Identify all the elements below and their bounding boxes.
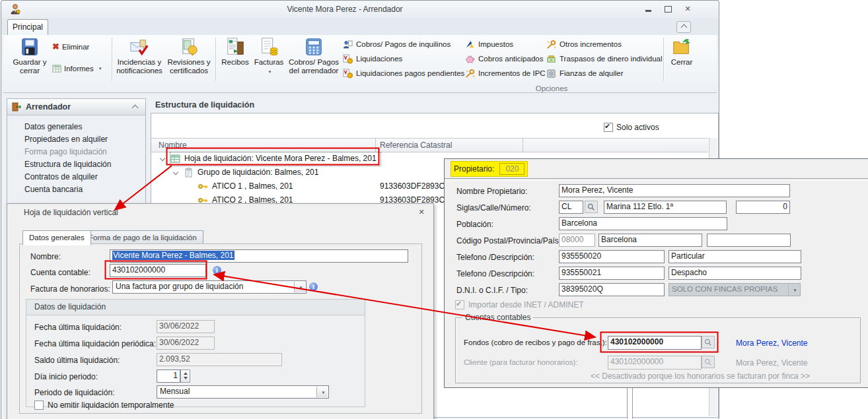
street-search-button[interactable] [585, 201, 598, 213]
cuentas-contables-group: Cuentas contables Fondos (cobro de recib… [455, 317, 861, 383]
money-transfer-icon [546, 54, 556, 64]
dni-input[interactable]: 38395020Q [559, 283, 665, 296]
tel1-desc-input[interactable]: Particular [669, 250, 801, 263]
tree-row-label: Grupo de liquidación: Balmes, 201 [198, 168, 318, 177]
fianzas-label: Fianzas de alquiler [560, 69, 624, 77]
sidebar-item-cuenta-bancaria[interactable]: Cuenta bancaria [7, 183, 145, 196]
factura-honorarios-select[interactable]: Una factura por grupo de liquidación [112, 280, 307, 294]
expander-down-icon[interactable] [160, 156, 165, 161]
sidebar-header[interactable]: Arrendador [7, 99, 145, 115]
info-icon[interactable] [213, 266, 221, 274]
nombre-input[interactable]: Vicente Mora Perez - Balmes, 201 [110, 249, 408, 263]
cerrar-button[interactable]: Cerrar [667, 37, 697, 67]
facturas-button[interactable]: Facturas [252, 37, 285, 77]
cliente-search-button [702, 356, 715, 368]
page-title: Estructura de liquidación [155, 100, 254, 110]
sidebar-item-estructura[interactable]: Estructura de liquidación [7, 158, 145, 171]
minimize-icon [645, 10, 651, 12]
dropdown-button[interactable] [316, 387, 328, 397]
periodo-select[interactable]: Mensual [157, 385, 329, 399]
sidebar-item-datos-generales[interactable]: Datos generales [7, 121, 145, 133]
dialog-title: Hoja de liquidación vertical [24, 208, 118, 217]
impuestos-item[interactable]: Impuestos [465, 39, 513, 49]
checkbox-checked-icon [604, 123, 613, 132]
tel2-desc-input[interactable]: Despacho [669, 267, 801, 280]
revisiones-button[interactable]: Revisiones y certificados [165, 37, 213, 75]
sidebar-item-forma-pago[interactable]: Forma pago liquidación [7, 146, 145, 158]
no-emitir-checkbox[interactable]: No emitir liquidación temporalmente [34, 401, 174, 410]
screen: Vicente Mora Perez - Arrendador Principa… [0, 0, 868, 419]
fianzas-item[interactable]: Fianzas de alquiler [546, 68, 624, 79]
fondos-search-button[interactable] [702, 336, 715, 348]
info-icon[interactable] [309, 282, 318, 291]
poblacion-input[interactable]: Barcelona [559, 217, 727, 230]
no-emitir-label: No emitir liquidación temporalmente [48, 401, 174, 410]
cobros-anticipados-item[interactable]: Cobros anticipados [465, 53, 543, 64]
dia-inicio-stepper[interactable] [180, 370, 190, 383]
cuenta-contable-input[interactable]: 430102000000 [110, 264, 206, 277]
sidebar-item-contratos[interactable]: Contratos de alquiler [7, 171, 145, 183]
ribbon-collapse-button[interactable] [676, 21, 691, 33]
dia-inicio-input[interactable]: 1 [157, 370, 180, 383]
guardar-y-cerrar-button[interactable]: Guardar y cerrar [11, 37, 48, 75]
otros-incrementos-item[interactable]: Otros incrementos [546, 39, 622, 49]
minimize-button[interactable] [639, 4, 657, 15]
tipo-value: SOLO CON FINCAS PROPIAS [672, 285, 778, 293]
cobros-anticipados-label: Cobros anticipados [478, 55, 543, 63]
restore-button[interactable] [659, 4, 676, 15]
column-referencia[interactable]: Referencia Catastral [380, 141, 452, 150]
numero-input[interactable]: 0 [736, 201, 790, 214]
nombre-propietario-input[interactable]: Mora Perez, Vicente [559, 184, 790, 197]
importar-label: Importar desde INET / ADMINET [468, 300, 584, 309]
nombre-label: Nombre: [30, 252, 61, 261]
incidencias-button[interactable]: Incidencias y notificaciones [116, 37, 163, 75]
incrementos-ipc-item[interactable]: Incrementos de IPC [465, 68, 546, 79]
fondos-input[interactable]: 430102000000 [608, 336, 702, 350]
panel-divider [445, 178, 868, 181]
tab-principal[interactable]: Principal [7, 19, 48, 35]
cliente-owner-name: Mora Perez, Vicente [736, 358, 808, 368]
receipt-door-icon [225, 37, 245, 57]
dropdown-button[interactable] [294, 282, 305, 292]
saldo-input: 2.093,52 [157, 353, 282, 366]
calle-input[interactable]: Marina 112 Etlo. 1ª [604, 201, 727, 214]
propietario-label: Propietario: [454, 164, 494, 174]
envelope-check-icon [129, 37, 149, 57]
cobros-arrendador-button[interactable]: Cobros/ Pagos del arrendador [286, 37, 342, 75]
factura-honorarios-label: Factura de honorarios: [30, 284, 110, 294]
cobros-inquilinos-item[interactable]: Cobros/ Pagos de inquilinos [343, 39, 451, 49]
fondos-owner-link[interactable]: Mora Perez, Vicente [736, 338, 808, 348]
expander-down-icon[interactable] [173, 170, 178, 175]
safe-icon [546, 69, 556, 79]
periodo-label: Periodo de liquidación: [34, 388, 114, 397]
spinner-up-icon[interactable] [184, 372, 188, 375]
solo-activos-checkbox[interactable]: Solo activos [604, 123, 659, 132]
recibos-button[interactable]: Recibos [219, 37, 251, 67]
ribbon-tab-row [1, 18, 719, 35]
search-icon [704, 338, 712, 346]
guardar-label: Guardar y cerrar [13, 58, 46, 75]
dialog-close-button[interactable] [416, 207, 427, 217]
liquidaciones-pendientes-item[interactable]: Liquidaciones pagos pendientes [343, 68, 464, 79]
liquidaciones-label: Liquidaciones [356, 55, 402, 63]
pais-input[interactable] [707, 234, 791, 247]
liquidaciones-item[interactable]: Liquidaciones [343, 53, 402, 64]
informes-label: Informes [64, 65, 94, 73]
eliminar-button[interactable]: ✖ Eliminar [52, 41, 89, 52]
eliminar-label: Eliminar [62, 43, 90, 51]
provincia-input[interactable]: Barcelona [598, 234, 702, 247]
tel1-input[interactable]: 935550020 [559, 250, 665, 263]
tel2-input[interactable]: 935550021 [559, 267, 665, 280]
cp-input[interactable]: 08000 [559, 234, 595, 247]
traspasos-item[interactable]: Traspasos de dinero individual [546, 53, 663, 64]
close-button[interactable] [679, 4, 696, 15]
spinner-down-icon[interactable] [184, 377, 188, 379]
cp-label: Código Postal/Provincia/País: [456, 236, 561, 245]
sidebar-item-propiedades[interactable]: Propiedades en alquiler [7, 133, 145, 146]
informes-button[interactable]: Informes [52, 63, 102, 74]
siglas-input[interactable]: CL [559, 201, 583, 214]
selected-text: Vicente Mora Perez - Balmes, 201 [112, 251, 235, 260]
column-nombre[interactable]: Nombre [159, 141, 187, 150]
impuestos-label: Impuestos [478, 40, 513, 48]
tab-datos-generales[interactable]: Datos generales [22, 230, 91, 245]
